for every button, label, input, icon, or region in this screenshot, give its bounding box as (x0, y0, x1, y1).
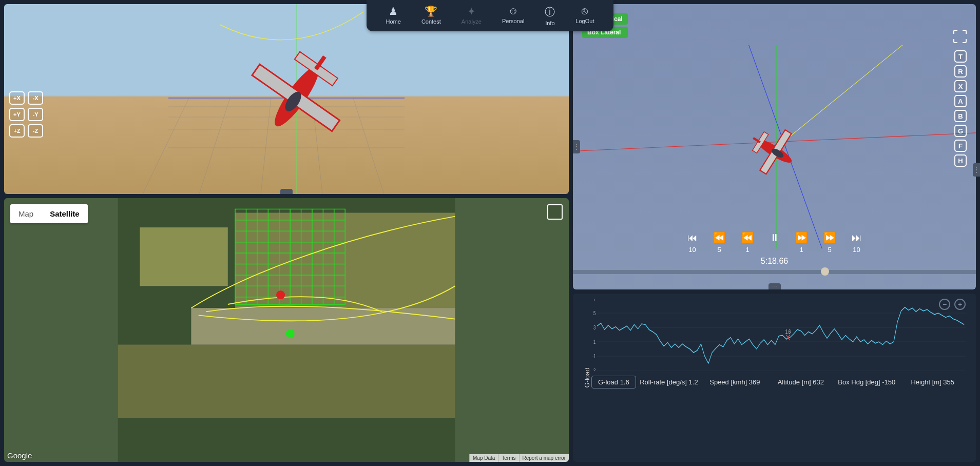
svg-line-18 (353, 98, 384, 194)
trophy-icon: 🏆 (425, 5, 437, 17)
nav-logout[interactable]: ⎋ LogOut (565, 3, 604, 28)
nav-logout-label: LogOut (575, 18, 594, 24)
view-btn-x[interactable]: X (954, 80, 967, 92)
forward-1-label: 1 (799, 246, 803, 254)
map-terms-link[interactable]: Terms (498, 454, 518, 462)
rewind-5-button[interactable]: ⏪ 5 (713, 232, 726, 254)
nav-home-label: Home (386, 18, 401, 25)
gload-chart[interactable]: 7531-1-31.6 (591, 299, 966, 371)
svg-rect-29 (191, 308, 455, 344)
nav-home[interactable]: ♟ Home (376, 3, 411, 28)
timecode: 5:18.66 (761, 257, 788, 266)
svg-line-14 (143, 98, 189, 194)
forward-5-label: 5 (828, 246, 831, 254)
view-btn-b[interactable]: B (954, 110, 967, 122)
left-panel-handle[interactable]: ⋮ (573, 140, 580, 153)
axis-btn-plus-x[interactable]: +X (9, 91, 25, 105)
svg-text:-1: -1 (592, 353, 596, 360)
axis-btn-minus-x[interactable]: -X (28, 91, 43, 105)
view-btn-f[interactable]: F (954, 140, 967, 152)
metric-height: Height [m] 355 (900, 378, 966, 386)
forward-1-button[interactable]: ⏩ 1 (795, 232, 808, 254)
home-icon: ♟ (389, 5, 398, 17)
map-panel[interactable]: Map Satellite Google Map Data Terms Repo… (4, 198, 569, 462)
rewind-1-label: 1 (745, 246, 749, 254)
chart-zoom-out-button[interactable]: − (939, 299, 950, 310)
info-icon: ⓘ (545, 5, 555, 19)
pause-label (774, 246, 776, 254)
view-btn-a[interactable]: A (954, 95, 967, 107)
google-logo: Google (7, 451, 32, 460)
svg-point-49 (286, 329, 295, 338)
metrics-bar: G-load 1.6 Roll-rate [deg/s] 1.2 Speed [… (591, 373, 966, 389)
nav-personal[interactable]: ☺ Personal (492, 3, 534, 28)
metric-rollrate: Roll-rate [deg/s] 1.2 (636, 378, 702, 386)
playback-controls: ⏮ 10 ⏪ 5 ⏪ 1 ⏸ ⏩ 1 (573, 232, 976, 274)
svg-text:-3: -3 (592, 367, 596, 371)
chart-panel: − + G-load 7531-1-31.6 G-load 1.6 Roll-r… (573, 294, 976, 462)
detail-panel-handle[interactable] (280, 189, 293, 194)
metric-altitude: Altitude [m] 632 (768, 378, 834, 386)
svg-text:7: 7 (593, 299, 595, 302)
svg-line-15 (199, 98, 230, 194)
forward-icon: ⏭ (852, 232, 862, 243)
nav-info[interactable]: ⓘ Info (534, 3, 565, 28)
svg-text:1: 1 (593, 339, 595, 345)
axis-btn-minus-y[interactable]: -Y (28, 108, 43, 121)
rewind-icon: ⏪ (713, 232, 726, 243)
timeline-slider[interactable] (573, 270, 976, 274)
axis-btn-plus-y[interactable]: +Y (9, 108, 25, 121)
map-attribution: Map Data Terms Report a map error (469, 454, 569, 462)
map-report-link[interactable]: Report a map error (519, 454, 569, 462)
chart-y-label: G-load (583, 367, 591, 387)
map-type-satellite-button[interactable]: Satellite (42, 204, 88, 223)
svg-text:5: 5 (593, 310, 595, 317)
forward-10-button[interactable]: ⏭ 10 (852, 232, 862, 254)
bottom-panel-handle[interactable]: ⋯ (768, 283, 781, 289)
forward-icon: ⏩ (823, 232, 836, 243)
right-panel-handle[interactable]: ⋮ (973, 163, 980, 177)
nav-analyze-label: Analyze (462, 18, 482, 25)
pause-icon: ⏸ (770, 232, 780, 243)
nav-analyze: ✦ Analyze (451, 3, 492, 28)
main-3d-view[interactable]: Box Vertical Box Lateral ⋮ T R X A B G F… (573, 4, 976, 289)
view-btn-r[interactable]: R (954, 65, 967, 77)
svg-line-16 (261, 98, 271, 194)
nav-contest[interactable]: 🏆 Contest (411, 3, 451, 28)
axis-buttons: +X -X +Y -Y +Z -Z (9, 91, 43, 138)
map-type-map-button[interactable]: Map (10, 204, 42, 223)
compass-icon: ✦ (467, 5, 476, 17)
view-btn-g[interactable]: G (954, 125, 967, 137)
svg-rect-26 (140, 227, 227, 286)
axis-btn-plus-z[interactable]: +Z (9, 124, 25, 138)
timeline-thumb[interactable] (821, 267, 829, 276)
map-fullscreen-icon[interactable] (547, 204, 563, 220)
svg-text:1.6: 1.6 (785, 328, 791, 335)
rewind-1-button[interactable]: ⏪ 1 (741, 232, 754, 254)
axis-btn-minus-z[interactable]: -Z (28, 124, 43, 138)
chart-zoom-in-button[interactable]: + (954, 299, 966, 310)
metric-boxhdg: Box Hdg [deg] -150 (834, 378, 899, 386)
top-nav: ♟ Home 🏆 Contest ✦ Analyze ☺ Personal ⓘ … (367, 0, 614, 31)
rewind-10-label: 10 (688, 246, 696, 254)
metric-gload[interactable]: G-load 1.6 (591, 376, 636, 389)
rewind-5-label: 5 (717, 246, 721, 254)
svg-line-3 (776, 45, 902, 148)
rewind-icon: ⏮ (687, 232, 698, 243)
nav-contest-label: Contest (421, 18, 441, 25)
map-data-link[interactable]: Map Data (469, 454, 498, 462)
svg-text:3: 3 (593, 324, 595, 331)
person-icon: ☺ (508, 5, 518, 17)
logout-icon: ⎋ (582, 5, 588, 17)
rewind-10-button[interactable]: ⏮ 10 (687, 232, 698, 254)
pause-button[interactable]: ⏸ (770, 232, 780, 254)
forward-5-button[interactable]: ⏩ 5 (823, 232, 836, 254)
forward-10-label: 10 (853, 246, 860, 254)
view-btn-t[interactable]: T (954, 50, 967, 63)
detail-3d-view[interactable]: ♡ 5 ✎ ⛶ +X -X +Y -Y +Z -Z (4, 4, 569, 194)
view-btn-h[interactable]: H (954, 154, 967, 167)
view-buttons: T R X A B G F H (954, 50, 967, 167)
fullscreen-icon[interactable] (953, 30, 967, 43)
svg-rect-28 (118, 345, 455, 418)
forward-icon: ⏩ (795, 232, 808, 243)
